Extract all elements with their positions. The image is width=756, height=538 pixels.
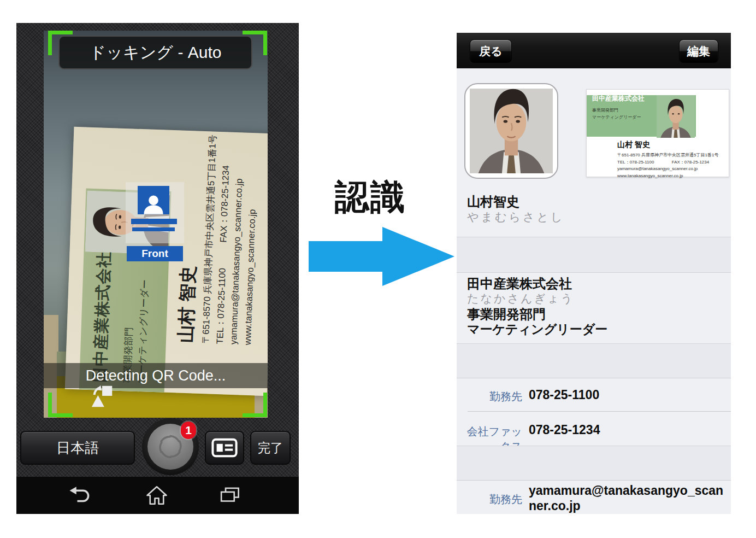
- email-row-value[interactable]: yamamura@tanakasangyo_scanner.co.jp: [529, 483, 727, 513]
- phone-row-value[interactable]: 078-25-1100: [529, 388, 599, 402]
- front-side-badge: Front: [127, 246, 183, 261]
- qr-detect-status: Detecting QR Code...: [44, 363, 268, 388]
- thumb-address-text: 〒651-8570 兵庫県神戸市中央区雲井通5丁目1番1号: [617, 152, 718, 158]
- thumb-website-text: www.tanakasangyo_scanner.co.jp: [617, 173, 683, 178]
- viewfinder-bracket-bottom-right: [243, 393, 267, 417]
- viewfinder-bracket-bottom-left: [48, 393, 73, 417]
- scanner-phone-screen: 田中産業株式会社 事業開発部門 マーケティングリーダー 山村 智史 〒651-8…: [16, 23, 299, 514]
- recognition-label: 認識: [329, 174, 411, 221]
- thumb-name-text: 山村 智史: [617, 140, 650, 150]
- camera-viewport: 田中産業株式会社 事業開発部門 マーケティングリーダー 山村 智史 〒651-8…: [44, 31, 268, 418]
- android-nav-bar: [16, 477, 299, 514]
- captured-count-badge: 1: [181, 422, 196, 439]
- separator-band: [457, 343, 731, 378]
- overlay-text-bar: [131, 219, 177, 224]
- fax-row-value[interactable]: 078-25-1234: [529, 423, 600, 437]
- capture-mode-title: ドッキング - Auto: [58, 36, 252, 69]
- card-name-text: 山村 智史: [174, 265, 201, 343]
- overlay-text-bar: [132, 227, 175, 231]
- contact-photo[interactable]: [464, 83, 558, 179]
- aperture-icon: [155, 431, 186, 462]
- card-list-icon: [211, 438, 238, 458]
- separator-band: [457, 446, 731, 481]
- card-website-text: www.tanakasangyo_scanner.co.jp: [243, 209, 258, 345]
- thumb-tel-text: TEL：078-25-1100: [617, 160, 654, 165]
- language-button[interactable]: 日本語: [20, 431, 135, 465]
- portrait-illustration: [470, 89, 553, 173]
- screenshot-canvas: 田中産業株式会社 事業開発部門 マーケティングリーダー 山村 智史 〒651-8…: [0, 0, 756, 538]
- contact-job-title: マーケティングリーダー: [467, 321, 607, 338]
- recognition-arrow: [309, 241, 383, 272]
- recognition-arrow-head: [382, 227, 454, 286]
- phone-row-label: 勤務先: [457, 389, 522, 404]
- business-card-live-preview: 田中産業株式会社 事業開発部門 マーケティングリーダー 山村 智史 〒651-8…: [65, 127, 268, 396]
- thumb-email-text: yamamura@tanakasangyo_scanner.co.jp: [617, 166, 698, 171]
- card-thumbnail[interactable]: 田中産業株式会社 事業開発部門 マーケティングリーダー 山村 智史 〒651-8…: [586, 89, 729, 177]
- separator-band: [457, 237, 731, 273]
- card-fax-text: FAX：078-25-1234: [218, 165, 231, 243]
- recent-apps-icon[interactable]: [218, 484, 241, 507]
- card-tel-text: TEL：078-25-1100: [215, 268, 227, 344]
- thumb-jobtitle-text: マーケティングリーダー: [592, 114, 641, 120]
- email-row-label: 勤務先: [457, 492, 522, 507]
- thumb-fax-text: FAX：078-25-1234: [672, 160, 710, 165]
- portrait-placeholder-icon: [138, 186, 169, 214]
- row-divider: [468, 411, 731, 412]
- contact-name-kana: やまむらさとし: [467, 209, 564, 225]
- thumb-portrait-photo: [657, 95, 695, 138]
- back-icon[interactable]: [68, 484, 91, 507]
- card-list-button[interactable]: [205, 431, 244, 465]
- back-button[interactable]: 戻る: [470, 39, 512, 63]
- edit-button[interactable]: 編集: [679, 39, 718, 63]
- flip-card-icon: [90, 383, 115, 409]
- contact-company-kana: たなかさんぎょう: [467, 291, 574, 306]
- thumb-department-text: 事業開発部門: [592, 107, 618, 113]
- person-icon: [141, 194, 166, 214]
- done-button[interactable]: 完了: [250, 431, 291, 465]
- portrait-illustration: [657, 95, 695, 138]
- contact-detail-screen: 戻る 編集: [457, 33, 731, 514]
- contact-name: 山村智史: [467, 193, 519, 210]
- thumb-company-text: 田中産業株式会社: [592, 94, 645, 103]
- home-icon[interactable]: [145, 484, 168, 507]
- contact-company: 田中産業株式会社: [467, 275, 572, 293]
- contact-photo-image: [470, 89, 553, 173]
- thumb-tel-fax-text: TEL：078-25-1100 FAX：078-25-1234: [617, 159, 709, 165]
